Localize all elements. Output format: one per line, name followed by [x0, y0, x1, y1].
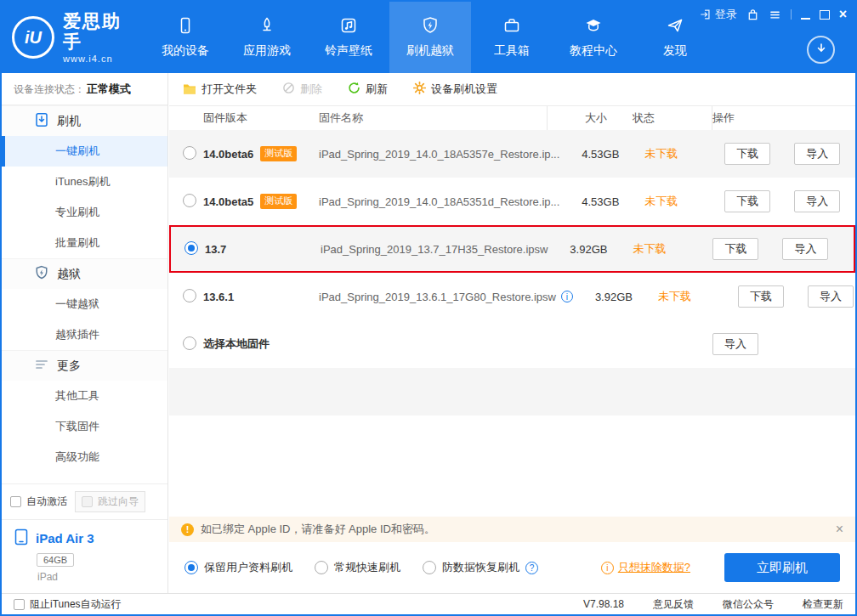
- col-action: 操作: [712, 110, 855, 126]
- feedback-link[interactable]: 意见反馈: [653, 597, 694, 612]
- nav-my-devices[interactable]: 我的设备: [145, 2, 226, 73]
- firmware-size: 3.92GB: [573, 291, 633, 303]
- minimize-icon[interactable]: [801, 10, 810, 20]
- firmware-size: 4.53GB: [559, 148, 619, 161]
- sidebar-item-advanced-features[interactable]: 高级功能: [2, 442, 167, 472]
- sidebar-item-download-firmware[interactable]: 下载固件: [2, 411, 167, 442]
- import-button[interactable]: 导入: [794, 143, 840, 165]
- flash-settings-button[interactable]: 设备刷机设置: [413, 82, 497, 97]
- refresh-button[interactable]: 刷新: [348, 82, 388, 97]
- anti-recovery-radio[interactable]: [423, 561, 436, 574]
- main-nav: 我的设备 应用游戏 铃声壁纸 刷机越狱 工具箱 教程中心: [145, 2, 716, 73]
- firmware-version: 13.6.1: [203, 291, 319, 303]
- sidebar-section-flash[interactable]: 刷机: [2, 105, 167, 136]
- block-itunes-checkbox[interactable]: [14, 599, 25, 610]
- flash-device-icon: [34, 112, 49, 130]
- firmware-radio[interactable]: [183, 146, 196, 160]
- keep-user-data-radio[interactable]: [184, 561, 198, 574]
- download-button[interactable]: 下载: [724, 143, 770, 165]
- col-status: 状态: [607, 106, 712, 130]
- gift-bag-icon[interactable]: [746, 8, 759, 21]
- sidebar-section-jailbreak[interactable]: 越狱: [2, 258, 167, 289]
- firmware-row-14.0beta6[interactable]: 14.0beta6 测试版 iPad_Spring_2019_14.0_18A5…: [169, 130, 855, 178]
- auto-activate-checkbox[interactable]: [10, 496, 21, 507]
- login-icon: [700, 8, 712, 20]
- firmware-row-13.6.1[interactable]: 13.6.1 iPad_Spring_2019_13.6.1_17G80_Res…: [169, 273, 855, 320]
- download-manager-button[interactable]: [807, 36, 835, 64]
- open-folder-button[interactable]: 打开文件夹: [183, 82, 257, 97]
- nav-flash-jailbreak[interactable]: 刷机越狱: [389, 2, 471, 73]
- device-name-row: iPad Air 3: [14, 528, 156, 548]
- shield-icon: [421, 16, 440, 37]
- quick-flash-radio[interactable]: [315, 561, 328, 574]
- wechat-link[interactable]: 微信公众号: [723, 597, 774, 612]
- firmware-radio[interactable]: [183, 336, 196, 350]
- sidebar-item-batch-flash[interactable]: 批量刷机: [2, 228, 167, 258]
- top-bar: iU 爱思助手 www.i4.cn 我的设备 应用游戏 铃声壁纸 刷机越狱: [2, 2, 855, 73]
- question-icon[interactable]: [525, 562, 538, 574]
- option-keep-user-data[interactable]: 保留用户资料刷机: [184, 560, 292, 575]
- firmware-name: iPad_Spring_2019_13.7_17H35_Restore.ipsw: [321, 227, 548, 271]
- nav-tutorials[interactable]: 教程中心: [553, 2, 634, 73]
- maximize-icon[interactable]: [820, 10, 830, 20]
- sidebar-item-itunes-flash[interactable]: iTunes刷机: [2, 167, 167, 197]
- sidebar-item-other-tools[interactable]: 其他工具: [2, 381, 167, 411]
- list-icon[interactable]: [769, 8, 781, 21]
- topbar-controls: 登录: [700, 7, 847, 22]
- option-anti-data-recovery[interactable]: 防数据恢复刷机: [423, 560, 538, 575]
- delete-button[interactable]: 删除: [282, 82, 322, 97]
- sidebar-section-more[interactable]: 更多: [2, 350, 167, 381]
- firmware-radio-checked[interactable]: [184, 241, 198, 255]
- sidebar-item-one-click-jailbreak[interactable]: 一键越狱: [2, 289, 167, 319]
- empty-row-band: [169, 368, 855, 415]
- flash-options-bar: 保留用户资料刷机 常规快速刷机 防数据恢复刷机 只想抹除数据? 立即刷机: [169, 542, 855, 593]
- skip-wizard-option: 跳过向导: [75, 491, 145, 512]
- option-quick-flash[interactable]: 常规快速刷机: [315, 560, 400, 575]
- skip-wizard-checkbox[interactable]: [82, 496, 93, 507]
- connection-status: 设备连接状态：正常模式: [2, 73, 167, 105]
- check-update-link[interactable]: 检查更新: [803, 597, 843, 612]
- close-icon[interactable]: [839, 9, 847, 20]
- import-button[interactable]: 导入: [808, 285, 854, 308]
- download-button[interactable]: 下载: [724, 190, 770, 212]
- col-firmware-version: 固件版本: [203, 110, 319, 126]
- status-bar: 阻止iTunes自动运行 V7.98.18 意见反馈 微信公众号 检查更新: [2, 593, 855, 614]
- warning-icon: [181, 523, 194, 536]
- logo-icon: iU: [12, 16, 54, 59]
- apple-id-warning-bar: 如已绑定 Apple ID，请准备好 Apple ID和密码。: [169, 517, 855, 542]
- login-button[interactable]: 登录: [700, 7, 737, 22]
- firmware-radio[interactable]: [183, 194, 196, 207]
- import-button[interactable]: 导入: [794, 190, 840, 212]
- firmware-radio[interactable]: [183, 289, 196, 302]
- firmware-version: 14.0beta6 测试版: [203, 146, 319, 161]
- local-firmware-label: 选择本地固件: [203, 336, 319, 352]
- firmware-toolbar: 打开文件夹 删除 刷新 设备刷机设置: [169, 73, 855, 106]
- music-icon: [339, 16, 358, 37]
- gear-icon: [413, 82, 426, 97]
- firmware-status: 未下载: [619, 130, 724, 178]
- erase-data-link[interactable]: 只想抹除数据?: [601, 560, 690, 575]
- firmware-name: iPad_Spring_2019_13.6.1_17G80_Restore.ip…: [319, 273, 573, 320]
- sidebar-item-pro-flash[interactable]: 专业刷机: [2, 197, 167, 228]
- firmware-row-13.7-selected[interactable]: 13.7 iPad_Spring_2019_13.7_17H35_Restore…: [169, 225, 855, 273]
- nav-apps-games[interactable]: 应用游戏: [226, 2, 308, 73]
- info-icon[interactable]: [561, 291, 573, 302]
- sidebar-item-one-click-flash[interactable]: 一键刷机: [2, 136, 167, 167]
- sidebar-item-jailbreak-plugins[interactable]: 越狱插件: [2, 319, 167, 350]
- nav-ringtones-wallpapers[interactable]: 铃声壁纸: [308, 2, 389, 73]
- main-content: 打开文件夹 删除 刷新 设备刷机设置 固件版本 固件名称 大小 状态 操作: [169, 73, 855, 593]
- import-button[interactable]: 导入: [712, 333, 758, 355]
- firmware-row-local[interactable]: 选择本地固件 导入: [169, 320, 855, 368]
- firmware-size: 3.92GB: [548, 243, 607, 256]
- download-button[interactable]: 下载: [738, 285, 784, 308]
- tablet-icon: [14, 528, 29, 548]
- col-firmware-name: 固件名称: [319, 106, 548, 130]
- import-button[interactable]: 导入: [782, 238, 828, 260]
- toolbox-icon: [502, 16, 521, 37]
- download-button[interactable]: 下载: [712, 238, 758, 260]
- nav-toolbox[interactable]: 工具箱: [471, 2, 553, 73]
- firmware-version: 14.0beta5 测试版: [203, 194, 319, 208]
- warning-close-icon[interactable]: [836, 523, 843, 536]
- flash-now-button[interactable]: 立即刷机: [724, 553, 840, 582]
- firmware-row-14.0beta5[interactable]: 14.0beta5 测试版 iPad_Spring_2019_14.0_18A5…: [169, 178, 855, 225]
